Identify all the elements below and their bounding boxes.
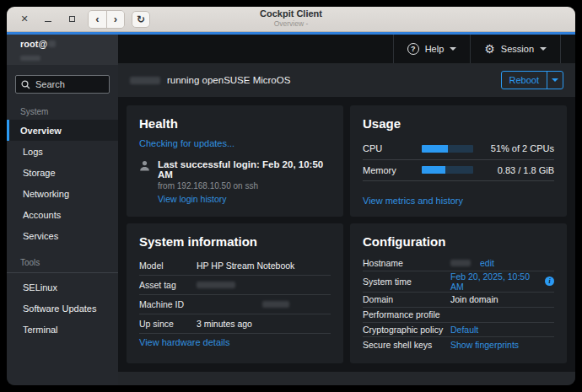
sidebar-item-terminal[interactable]: Terminal: [7, 319, 118, 340]
last-login-detail: from 192.168.10.50 on ssh: [158, 181, 331, 191]
cpu-usage-row: CPU 51% of 2 CPUs: [363, 138, 554, 160]
sidebar-item-storage[interactable]: Storage: [7, 162, 118, 183]
system-time-link[interactable]: Feb 20, 2025, 10:50 AM: [450, 271, 541, 292]
health-card-title: Health: [139, 116, 331, 131]
crypto-policy-link[interactable]: Default: [450, 325, 478, 335]
reboot-button[interactable]: Reboot: [502, 72, 547, 89]
reboot-dropdown-toggle[interactable]: [547, 72, 563, 89]
reboot-split-button: Reboot: [501, 71, 563, 89]
info-icon[interactable]: i: [545, 277, 554, 286]
refresh-icon[interactable]: ↻: [132, 11, 150, 28]
memory-value: 0.83 / 1.8 GiB: [482, 165, 554, 175]
hostname-label: Hostname: [363, 258, 450, 268]
health-card: Health Checking for updates... Last succ…: [127, 105, 343, 217]
page-footer-strip: [118, 372, 575, 385]
help-label: Help: [425, 44, 445, 54]
maximize-icon[interactable]: [66, 13, 78, 25]
model-row: Model HP HP Stream Notebook: [139, 256, 331, 276]
up-since-value: 3 minutes ago: [197, 319, 252, 329]
redacted-hostname-value: [450, 260, 471, 266]
session-label: Session: [501, 44, 534, 54]
help-icon: ?: [407, 43, 419, 55]
configuration-card: Configuration Hostname edit System time …: [350, 223, 567, 363]
performance-profile-label: Performance profile: [363, 309, 450, 320]
domain-row: Domain Join domain: [363, 293, 554, 308]
sidebar-item-networking[interactable]: Networking: [7, 183, 118, 204]
window-controls: ✕: [7, 13, 78, 25]
help-menu-button[interactable]: ? Help: [393, 35, 471, 63]
masthead: ? Help ⚙ Session: [118, 35, 575, 63]
asset-tag-row: Asset tag: [139, 276, 331, 295]
configuration-card-title: Configuration: [363, 234, 554, 249]
chevron-down-icon: [450, 47, 456, 51]
user-icon: [139, 160, 150, 171]
sidebar-item-selinux[interactable]: SELinux: [7, 277, 118, 298]
redacted-machine-id: [262, 301, 289, 308]
session-menu-button[interactable]: ⚙ Session: [470, 35, 560, 63]
performance-profile-row: Performance profile: [363, 308, 554, 323]
back-icon[interactable]: ‹: [89, 11, 106, 28]
system-info-card-title: System information: [139, 234, 331, 249]
sidebar-item-software-updates[interactable]: Software Updates: [7, 298, 118, 319]
titlebar: ✕ ‹ › ↻ Cockpit Client Overview -: [7, 7, 575, 32]
page-header: running openSUSE MicroOS Reboot: [118, 63, 575, 97]
up-since-label: Up since: [139, 319, 197, 329]
machine-id-row: Machine ID: [139, 295, 331, 314]
forward-icon[interactable]: ›: [106, 11, 124, 28]
sidebar-divider: [7, 272, 118, 273]
masthead-end-divider: [560, 35, 575, 63]
system-time-label: System time: [363, 277, 450, 287]
chevron-down-icon: [540, 47, 547, 51]
model-value: HP HP Stream Notebook: [197, 260, 294, 271]
cpu-progress-bar: [422, 145, 473, 153]
asset-tag-label: Asset tag: [139, 280, 197, 290]
join-domain-value[interactable]: Join domain: [450, 294, 498, 304]
machine-id-label: Machine ID: [139, 299, 197, 309]
logged-in-user: root@: [20, 39, 118, 49]
system-time-row: System time Feb 20, 2025, 10:50 AMi: [363, 271, 554, 293]
view-hardware-details-link[interactable]: View hardware details: [139, 337, 331, 347]
secure-shell-keys-row: Secure shell keys Show fingerprints: [363, 337, 554, 352]
view-metrics-link[interactable]: View metrics and history: [363, 196, 554, 206]
redacted-hostname: [48, 40, 56, 47]
sidebar-item-services[interactable]: Services: [7, 225, 118, 246]
section-label-tools: Tools: [7, 246, 118, 271]
redacted-host-detail: [20, 56, 40, 61]
close-icon[interactable]: ✕: [19, 13, 30, 25]
hostname-row: Hostname edit: [363, 256, 554, 271]
cpu-value: 51% of 2 CPUs: [482, 143, 554, 153]
memory-progress-bar: [422, 166, 473, 174]
sidebar-item-accounts[interactable]: Accounts: [7, 204, 118, 225]
nav-buttons: ‹ ›: [88, 10, 125, 29]
system-information-card: System information Model HP HP Stream No…: [127, 223, 343, 363]
sidebar-item-overview[interactable]: Overview: [7, 120, 118, 141]
show-fingerprints-link[interactable]: Show fingerprints: [450, 340, 519, 350]
cockpit-window: ✕ ‹ › ↻ Cockpit Client Overview - root@: [7, 7, 575, 385]
memory-label: Memory: [363, 165, 413, 175]
search-input[interactable]: [35, 79, 104, 89]
usage-card: Usage CPU 51% of 2 CPUs Memory 0.83 / 1.…: [350, 105, 567, 217]
edit-hostname-link[interactable]: edit: [480, 258, 494, 268]
minimize-icon[interactable]: [42, 13, 54, 25]
cryptographic-policy-row: Cryptographic policy Default: [363, 323, 554, 338]
sidebar-item-logs[interactable]: Logs: [7, 141, 118, 162]
view-login-history-link[interactable]: View login history: [158, 194, 227, 204]
search-box[interactable]: [15, 75, 110, 94]
memory-usage-row: Memory 0.83 / 1.8 GiB: [363, 160, 554, 182]
checking-updates-link[interactable]: Checking for updates...: [139, 138, 331, 148]
cryptographic-policy-label: Cryptographic policy: [363, 325, 450, 335]
sidebar: root@ System Overview Logs Storage Netwo…: [7, 35, 118, 385]
usage-card-title: Usage: [363, 116, 554, 131]
redacted-hostname: [130, 77, 160, 84]
up-since-row: Up since 3 minutes ago: [139, 314, 331, 334]
search-icon: [21, 80, 30, 89]
gear-icon: ⚙: [484, 43, 495, 55]
domain-label: Domain: [363, 294, 450, 304]
redacted-asset-tag: [197, 282, 235, 288]
cpu-label: CPU: [363, 143, 413, 153]
os-status-text: running openSUSE MicroOS: [167, 75, 290, 85]
secure-shell-keys-label: Secure shell keys: [363, 340, 450, 350]
sidebar-header: root@: [7, 35, 118, 65]
section-label-system: System: [7, 102, 118, 120]
chevron-down-icon: [552, 78, 558, 82]
